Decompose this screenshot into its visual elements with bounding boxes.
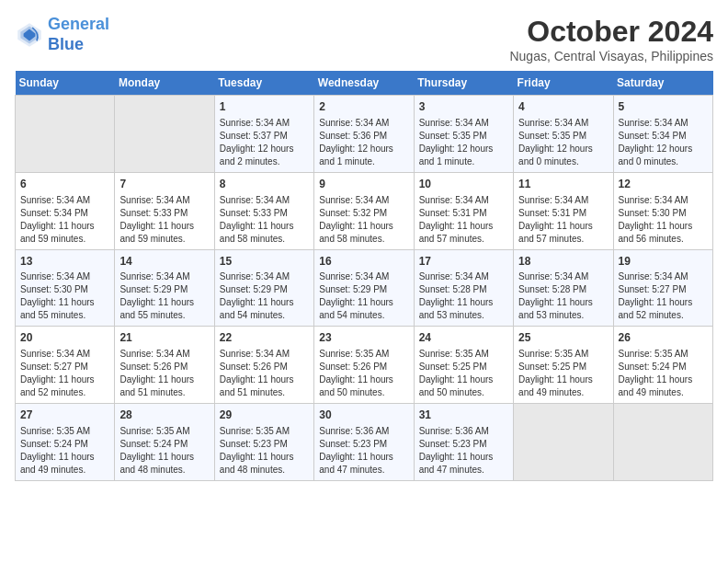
day-number: 13 xyxy=(20,254,109,270)
day-info: Sunrise: 5:34 AM Sunset: 5:35 PM Dayligh… xyxy=(419,118,494,167)
calendar-cell: 3Sunrise: 5:34 AM Sunset: 5:35 PM Daylig… xyxy=(414,96,513,173)
weekday-header-saturday: Saturday xyxy=(613,71,712,96)
day-number: 20 xyxy=(20,330,109,346)
day-number: 23 xyxy=(319,330,408,346)
calendar-cell: 17Sunrise: 5:34 AM Sunset: 5:28 PM Dayli… xyxy=(414,249,513,327)
calendar-cell: 13Sunrise: 5:34 AM Sunset: 5:30 PM Dayli… xyxy=(16,249,115,327)
day-info: Sunrise: 5:36 AM Sunset: 5:23 PM Dayligh… xyxy=(319,426,393,475)
day-info: Sunrise: 5:34 AM Sunset: 5:29 PM Dayligh… xyxy=(119,271,194,320)
calendar-cell: 15Sunrise: 5:34 AM Sunset: 5:29 PM Dayli… xyxy=(214,249,313,327)
calendar-cell: 1Sunrise: 5:34 AM Sunset: 5:37 PM Daylig… xyxy=(214,96,313,173)
day-number: 30 xyxy=(319,408,408,423)
calendar-cell: 25Sunrise: 5:35 AM Sunset: 5:25 PM Dayli… xyxy=(514,327,613,404)
calendar-cell: 21Sunrise: 5:34 AM Sunset: 5:26 PM Dayli… xyxy=(115,327,214,404)
day-number: 2 xyxy=(319,99,408,115)
day-number: 12 xyxy=(619,177,708,192)
day-number: 26 xyxy=(619,330,708,346)
calendar-cell: 24Sunrise: 5:35 AM Sunset: 5:25 PM Dayli… xyxy=(414,327,513,404)
calendar-cell: 10Sunrise: 5:34 AM Sunset: 5:31 PM Dayli… xyxy=(414,172,513,249)
day-info: Sunrise: 5:34 AM Sunset: 5:29 PM Dayligh… xyxy=(220,271,294,320)
calendar-cell: 31Sunrise: 5:36 AM Sunset: 5:23 PM Dayli… xyxy=(414,404,513,481)
day-info: Sunrise: 5:34 AM Sunset: 5:32 PM Dayligh… xyxy=(319,195,393,244)
day-info: Sunrise: 5:34 AM Sunset: 5:28 PM Dayligh… xyxy=(419,271,494,320)
month-title: October 2024 xyxy=(509,15,713,49)
day-info: Sunrise: 5:34 AM Sunset: 5:31 PM Dayligh… xyxy=(419,195,494,244)
calendar-cell: 12Sunrise: 5:34 AM Sunset: 5:30 PM Dayli… xyxy=(613,172,712,249)
calendar-cell: 9Sunrise: 5:34 AM Sunset: 5:32 PM Daylig… xyxy=(314,172,414,249)
day-info: Sunrise: 5:34 AM Sunset: 5:27 PM Dayligh… xyxy=(619,271,693,320)
weekday-header-thursday: Thursday xyxy=(414,71,513,96)
calendar-cell: 11Sunrise: 5:34 AM Sunset: 5:31 PM Dayli… xyxy=(514,172,613,249)
day-info: Sunrise: 5:34 AM Sunset: 5:28 PM Dayligh… xyxy=(518,271,593,320)
day-info: Sunrise: 5:35 AM Sunset: 5:24 PM Dayligh… xyxy=(20,426,95,475)
page-header: General Blue October 2024 Nugas, Central… xyxy=(15,15,713,63)
calendar-cell: 29Sunrise: 5:35 AM Sunset: 5:23 PM Dayli… xyxy=(214,404,313,481)
weekday-header-monday: Monday xyxy=(115,71,214,96)
day-number: 5 xyxy=(619,99,708,115)
day-info: Sunrise: 5:35 AM Sunset: 5:24 PM Dayligh… xyxy=(619,349,693,397)
day-number: 6 xyxy=(20,177,109,192)
calendar-cell xyxy=(514,404,613,481)
calendar-cell: 5Sunrise: 5:34 AM Sunset: 5:34 PM Daylig… xyxy=(613,96,712,173)
day-number: 15 xyxy=(220,254,309,270)
weekday-header-wednesday: Wednesday xyxy=(314,71,414,96)
calendar-cell: 30Sunrise: 5:36 AM Sunset: 5:23 PM Dayli… xyxy=(314,404,414,481)
logo: General Blue xyxy=(15,15,109,54)
day-info: Sunrise: 5:34 AM Sunset: 5:29 PM Dayligh… xyxy=(319,271,393,320)
calendar-cell xyxy=(16,96,115,173)
day-number: 3 xyxy=(419,99,508,115)
location: Nugas, Central Visayas, Philippines xyxy=(509,49,713,63)
logo-icon xyxy=(15,20,44,50)
day-info: Sunrise: 5:35 AM Sunset: 5:25 PM Dayligh… xyxy=(419,349,494,397)
day-number: 18 xyxy=(518,254,608,270)
logo-text: General Blue xyxy=(48,15,109,54)
title-block: October 2024 Nugas, Central Visayas, Phi… xyxy=(509,15,713,63)
day-number: 24 xyxy=(419,330,508,346)
day-info: Sunrise: 5:34 AM Sunset: 5:27 PM Dayligh… xyxy=(20,349,95,397)
calendar-cell: 18Sunrise: 5:34 AM Sunset: 5:28 PM Dayli… xyxy=(514,249,613,327)
day-info: Sunrise: 5:34 AM Sunset: 5:26 PM Dayligh… xyxy=(119,349,194,397)
day-number: 11 xyxy=(518,177,608,192)
day-number: 7 xyxy=(119,177,209,192)
day-number: 10 xyxy=(419,177,508,192)
calendar-cell: 23Sunrise: 5:35 AM Sunset: 5:26 PM Dayli… xyxy=(314,327,414,404)
calendar-cell: 2Sunrise: 5:34 AM Sunset: 5:36 PM Daylig… xyxy=(314,96,414,173)
day-info: Sunrise: 5:34 AM Sunset: 5:26 PM Dayligh… xyxy=(220,349,294,397)
weekday-header-tuesday: Tuesday xyxy=(214,71,313,96)
calendar-cell xyxy=(613,404,712,481)
calendar-cell: 22Sunrise: 5:34 AM Sunset: 5:26 PM Dayli… xyxy=(214,327,313,404)
day-info: Sunrise: 5:34 AM Sunset: 5:34 PM Dayligh… xyxy=(619,118,693,167)
day-number: 8 xyxy=(220,177,309,192)
day-number: 17 xyxy=(419,254,508,270)
day-number: 4 xyxy=(518,99,608,115)
day-info: Sunrise: 5:34 AM Sunset: 5:30 PM Dayligh… xyxy=(619,195,693,244)
calendar-cell: 16Sunrise: 5:34 AM Sunset: 5:29 PM Dayli… xyxy=(314,249,414,327)
day-info: Sunrise: 5:35 AM Sunset: 5:23 PM Dayligh… xyxy=(220,426,294,475)
day-number: 29 xyxy=(220,408,309,423)
day-info: Sunrise: 5:35 AM Sunset: 5:24 PM Dayligh… xyxy=(119,426,194,475)
day-number: 31 xyxy=(419,408,508,423)
day-number: 22 xyxy=(220,330,309,346)
day-info: Sunrise: 5:36 AM Sunset: 5:23 PM Dayligh… xyxy=(419,426,494,475)
day-number: 9 xyxy=(319,177,408,192)
day-info: Sunrise: 5:35 AM Sunset: 5:25 PM Dayligh… xyxy=(518,349,593,397)
calendar-cell: 7Sunrise: 5:34 AM Sunset: 5:33 PM Daylig… xyxy=(115,172,214,249)
calendar-cell: 26Sunrise: 5:35 AM Sunset: 5:24 PM Dayli… xyxy=(613,327,712,404)
day-number: 21 xyxy=(119,330,209,346)
day-number: 25 xyxy=(518,330,608,346)
day-info: Sunrise: 5:34 AM Sunset: 5:30 PM Dayligh… xyxy=(20,271,95,320)
calendar-cell: 20Sunrise: 5:34 AM Sunset: 5:27 PM Dayli… xyxy=(16,327,115,404)
day-info: Sunrise: 5:34 AM Sunset: 5:31 PM Dayligh… xyxy=(518,195,593,244)
day-number: 19 xyxy=(619,254,708,270)
day-info: Sunrise: 5:35 AM Sunset: 5:26 PM Dayligh… xyxy=(319,349,393,397)
calendar-cell: 6Sunrise: 5:34 AM Sunset: 5:34 PM Daylig… xyxy=(16,172,115,249)
day-number: 27 xyxy=(20,408,109,423)
day-number: 16 xyxy=(319,254,408,270)
calendar-cell: 19Sunrise: 5:34 AM Sunset: 5:27 PM Dayli… xyxy=(613,249,712,327)
day-info: Sunrise: 5:34 AM Sunset: 5:33 PM Dayligh… xyxy=(220,195,294,244)
calendar-cell: 28Sunrise: 5:35 AM Sunset: 5:24 PM Dayli… xyxy=(115,404,214,481)
day-info: Sunrise: 5:34 AM Sunset: 5:37 PM Dayligh… xyxy=(220,118,294,167)
day-info: Sunrise: 5:34 AM Sunset: 5:36 PM Dayligh… xyxy=(319,118,393,167)
day-number: 14 xyxy=(119,254,209,270)
day-info: Sunrise: 5:34 AM Sunset: 5:34 PM Dayligh… xyxy=(20,195,95,244)
